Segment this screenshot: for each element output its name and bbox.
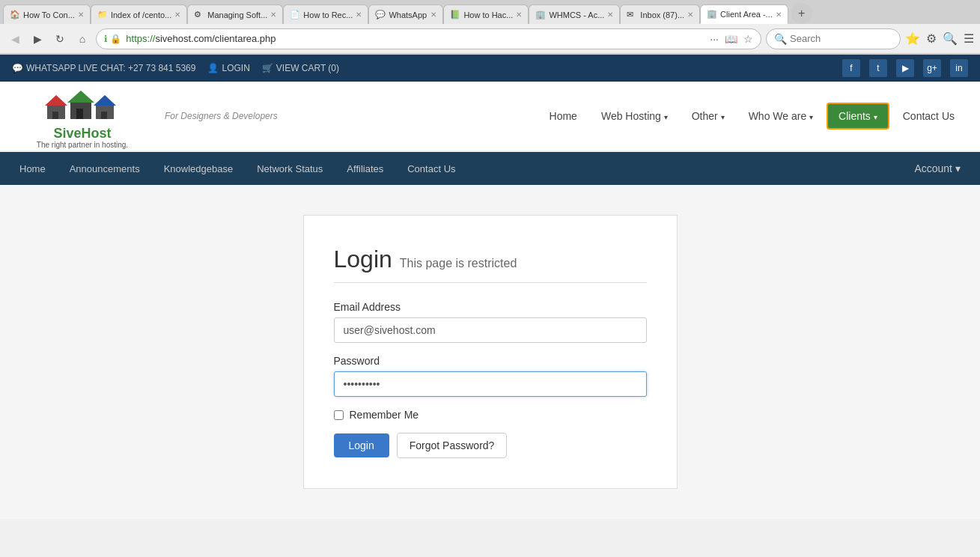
- tab-favicon-7: 🏢: [535, 10, 546, 20]
- sec-nav-knowledgebase[interactable]: Knowledgebase: [153, 157, 244, 180]
- browser-tab-8[interactable]: ✉ Inbox (87)... ✕: [620, 4, 700, 24]
- twitter-icon[interactable]: t: [869, 59, 887, 77]
- tab-close-2[interactable]: ✕: [174, 10, 180, 19]
- web-hosting-caret: ▾: [664, 113, 668, 121]
- whatsapp-text: WHATSAPP LIVE CHAT: +27 73 841 5369: [26, 63, 195, 73]
- account-dropdown[interactable]: Account ▾: [904, 156, 971, 180]
- other-caret: ▾: [721, 113, 725, 121]
- password-input[interactable]: [334, 371, 647, 397]
- sec-nav-network-status[interactable]: Network Status: [246, 157, 333, 180]
- nav-clients[interactable]: Clients ▾: [827, 103, 889, 130]
- tab-favicon-4: 📄: [290, 10, 300, 20]
- whatsapp-icon: 💬: [12, 63, 23, 73]
- account-caret: ▾: [955, 162, 961, 174]
- browser-tab-2[interactable]: 📁 Index of /cento... ✕: [91, 4, 187, 24]
- customize-icon[interactable]: ☰: [964, 31, 974, 46]
- main-nav: SiveHost The right partner in hosting. F…: [0, 82, 980, 152]
- browser-tab-1[interactable]: 🏠 How To Con... ✕: [3, 4, 91, 24]
- sec-nav-contact-us[interactable]: Contact Us: [397, 157, 466, 180]
- googleplus-icon[interactable]: g+: [923, 59, 941, 77]
- svg-marker-0: [45, 95, 67, 106]
- new-tab-button[interactable]: +: [791, 3, 812, 24]
- cart-label: VIEW CART (0): [276, 63, 339, 73]
- address-bar-icons: ··· 📖 ☆: [710, 33, 753, 45]
- star-icon[interactable]: ☆: [743, 33, 753, 45]
- nav-who-we-are[interactable]: Who We are ▾: [738, 104, 824, 128]
- tab-label-5: WhatsApp: [389, 10, 427, 19]
- tab-label-8: Inbox (87)...: [640, 10, 684, 19]
- browser-tab-4[interactable]: 📄 How to Rec... ✕: [283, 4, 368, 24]
- nav-contact-us[interactable]: Contact Us: [892, 104, 965, 128]
- linkedin-icon[interactable]: in: [950, 59, 968, 77]
- browser-tab-5[interactable]: 💬 WhatsApp ✕: [368, 4, 443, 24]
- search-bar[interactable]: 🔍: [766, 28, 901, 49]
- tab-label-2: Index of /cento...: [111, 10, 171, 19]
- reload-button[interactable]: ↻: [51, 30, 69, 48]
- tab-close-3[interactable]: ✕: [270, 10, 276, 19]
- login-container: Login This page is restricted Email Addr…: [303, 215, 678, 489]
- nav-home[interactable]: Home: [539, 104, 588, 128]
- tab-close-9[interactable]: ✕: [776, 10, 782, 19]
- svg-rect-5: [76, 109, 83, 119]
- browser-tab-3[interactable]: ⚙ Managing Soft... ✕: [187, 4, 283, 24]
- bookmark-dots-icon[interactable]: ···: [710, 33, 719, 45]
- back-button[interactable]: ◀: [6, 30, 24, 48]
- tab-favicon-2: 📁: [97, 10, 108, 20]
- tab-label-1: How To Con...: [23, 10, 75, 19]
- home-button[interactable]: ⌂: [73, 30, 91, 48]
- top-bar-left: 💬 WHATSAPP LIVE CHAT: +27 73 841 5369 👤 …: [12, 63, 339, 73]
- email-input[interactable]: [334, 317, 647, 343]
- tab-favicon-9: 🏢: [707, 9, 717, 19]
- svg-rect-8: [101, 112, 107, 119]
- sec-nav-home[interactable]: Home: [9, 157, 56, 180]
- login-label: LOGIN: [222, 63, 249, 73]
- email-label: Email Address: [334, 301, 647, 313]
- sec-nav-affiliates[interactable]: Affiliates: [336, 157, 394, 180]
- tab-close-6[interactable]: ✕: [516, 10, 522, 19]
- tab-close-5[interactable]: ✕: [430, 10, 436, 19]
- user-icon: 👤: [207, 63, 219, 73]
- search-icon: 🔍: [774, 33, 787, 45]
- login-link[interactable]: 👤 LOGIN: [207, 63, 249, 73]
- remember-me-label: Remember Me: [350, 409, 419, 421]
- login-button[interactable]: Login: [334, 433, 389, 457]
- browser-tab-9[interactable]: 🏢 Client Area -... ✕: [700, 4, 788, 24]
- cart-link[interactable]: 🛒 VIEW CART (0): [262, 63, 339, 73]
- nav-other[interactable]: Other ▾: [681, 104, 735, 128]
- logo-brand-name[interactable]: SiveHost: [53, 127, 111, 140]
- toolbar-right-icons: ⭐ ⚙ 🔍 ☰: [905, 31, 974, 46]
- forward-button[interactable]: ▶: [28, 30, 46, 48]
- security-icon: ℹ 🔒: [104, 34, 121, 44]
- password-label: Password: [334, 355, 647, 367]
- who-we-are-caret: ▾: [809, 113, 813, 121]
- tab-label-3: Managing Soft...: [207, 10, 267, 19]
- url-display: https://sivehost.com/clientarea.php: [126, 33, 705, 44]
- bookmarks-icon[interactable]: ⭐: [905, 31, 920, 46]
- tab-close-7[interactable]: ✕: [607, 10, 613, 19]
- zoom-icon[interactable]: 🔍: [943, 31, 958, 46]
- search-input[interactable]: [790, 33, 880, 44]
- remember-me-row: Remember Me: [334, 409, 647, 421]
- main-nav-links: Home Web Hosting ▾ Other ▾ Who We are ▾ …: [539, 103, 965, 130]
- nav-web-hosting[interactable]: Web Hosting ▾: [591, 104, 678, 128]
- facebook-icon[interactable]: f: [842, 59, 860, 77]
- remember-me-checkbox[interactable]: [334, 410, 344, 420]
- forgot-password-button[interactable]: Forgot Password?: [397, 433, 508, 458]
- browser-tabs: 🏠 How To Con... ✕ 📁 Index of /cento... ✕…: [0, 0, 980, 24]
- top-bar: 💬 WHATSAPP LIVE CHAT: +27 73 841 5369 👤 …: [0, 55, 980, 82]
- sec-nav-announcements[interactable]: Announcements: [59, 157, 150, 180]
- tab-close-8[interactable]: ✕: [687, 10, 693, 19]
- whatsapp-link[interactable]: 💬 WHATSAPP LIVE CHAT: +27 73 841 5369: [12, 63, 195, 73]
- clients-caret: ▾: [874, 113, 877, 121]
- settings-icon[interactable]: ⚙: [926, 31, 937, 46]
- tab-close-4[interactable]: ✕: [356, 10, 362, 19]
- tab-close-1[interactable]: ✕: [78, 10, 84, 19]
- youtube-icon[interactable]: ▶: [896, 59, 914, 77]
- reader-icon[interactable]: 📖: [725, 33, 737, 45]
- address-bar[interactable]: ℹ 🔒 https://sivehost.com/clientarea.php …: [96, 28, 761, 49]
- browser-tab-6[interactable]: 📗 How to Hac... ✕: [443, 4, 529, 24]
- login-subtitle: This page is restricted: [400, 257, 517, 270]
- password-form-group: Password: [334, 355, 647, 397]
- browser-tab-7[interactable]: 🏢 WHMCS - Ac... ✕: [529, 4, 620, 24]
- form-actions: Login Forgot Password?: [334, 433, 647, 458]
